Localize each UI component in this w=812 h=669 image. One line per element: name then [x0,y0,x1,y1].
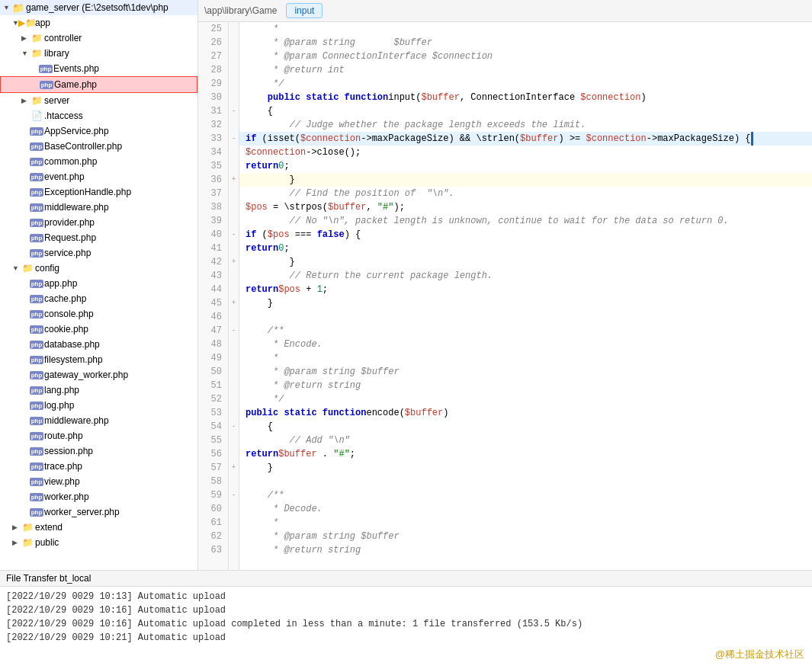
line-num: 48 [198,338,228,351]
php-file-icon: php [30,140,43,152]
gutter-item [229,530,239,543]
tree-item-worker-server-php[interactable]: ▶ php worker_server.php [0,504,197,520]
item-label: middleware.php [44,202,109,213]
line-num: 61 [198,516,228,530]
tree-item-service-php[interactable]: ▶ php service.php [0,245,197,261]
code-content[interactable]: * * @param string $buffer * @param Conne… [239,22,812,570]
tree-item-middleware-php[interactable]: ▶ php middleware.php [0,200,197,215]
tree-item-database-php[interactable]: ▶ php database.php [0,337,197,352]
tree-item-log-php[interactable]: ▶ php log.php [0,398,197,413]
php-file-icon: php [30,445,43,457]
tree-item-public[interactable]: ▶ 📁 public [0,535,197,550]
line-num: 52 [198,392,228,406]
tree-item-cache-php[interactable]: ▶ php cache.php [0,291,197,306]
tree-item-view-php[interactable]: ▶ php view.php [0,474,197,489]
gutter-item: - [229,104,239,118]
gutter-item [229,475,239,488]
tree-item-app-php[interactable]: ▶ php app.php [0,276,197,291]
tree-item-console-php[interactable]: ▶ php console.php [0,306,197,322]
item-label: library [44,48,69,59]
tree-item-exceptionhandle-php[interactable]: ▶ php ExceptionHandle.php [0,184,197,200]
line-num: 49 [198,351,228,365]
gutter-item [229,214,239,228]
tree-item-worker-php[interactable]: ▶ php worker.php [0,489,197,504]
php-file-icon: php [30,323,43,335]
php-file-icon: php [30,171,43,183]
tree-item-provider-php[interactable]: ▶ php provider.php [0,215,197,230]
php-file-icon: php [30,460,43,472]
code-line-55: // Add "\n" [239,434,812,447]
code-line-47: /** [239,324,812,338]
gutter-item [229,434,239,447]
php-file-icon: php [40,62,52,75]
gutter-item [229,159,239,173]
line-num: 39 [198,214,228,228]
folder-icon: 📁 [21,521,34,533]
gutter-item [229,338,239,351]
code-line-25: * [239,22,812,36]
tree-item-extend[interactable]: ▶ 📁 extend [0,520,197,535]
code-line-42: } [239,255,812,269]
code-line-56: return $buffer . "#"; [239,447,812,461]
line-num: 60 [198,502,228,516]
tree-item-controller[interactable]: ▶ 📁 controller [0,30,197,46]
gutter-item [229,242,239,255]
tree-item-event-php[interactable]: ▶ php event.php [0,169,197,184]
tree-item-events-php[interactable]: ▶ php Events.php [0,61,197,76]
chevron-icon: ▼ [3,4,11,11]
tree-item-library[interactable]: ▼ 📁 library [0,46,197,61]
bottom-tab-label[interactable]: File Transfer bt_local [6,573,91,584]
log-line-3: [2022/10/29 0029 10:16] Automatic upload… [6,617,806,631]
tree-item-trace-php[interactable]: ▶ php trace.php [0,459,197,474]
tree-item-appservice-php[interactable]: ▶ php AppService.php [0,123,197,139]
tree-item-gateway-worker-php[interactable]: ▶ php gateway_worker.php [0,367,197,383]
code-line-46 [239,310,812,324]
tree-item-common-php[interactable]: ▶ php common.php [0,154,197,169]
line-num: 43 [198,269,228,283]
tree-item-filesystem-php[interactable]: ▶ php filesystem.php [0,352,197,367]
line-num: 38 [198,200,228,214]
chevron-icon: ▶ [12,523,20,531]
item-label: cache.php [44,293,86,304]
item-label: extend [35,522,63,533]
item-label: app.php [44,278,77,289]
chevron-icon: ▼ [21,50,29,57]
bottom-content: [2022/10/29 0029 10:13] Automatic upload… [0,587,812,669]
item-label: ExceptionHandle.php [44,187,131,197]
tree-item-server[interactable]: ▶ 📁 server [0,93,197,108]
folder-icon: 📁 [21,536,34,549]
tree-item-basecontroller-php[interactable]: ▶ php BaseController.php [0,139,197,154]
bottom-tab-bar: File Transfer bt_local [0,571,812,587]
tree-root[interactable]: ▼ 📁 game_server (E:\2setsoft\1dev\php [0,0,197,15]
tree-item-lang-php[interactable]: ▶ php lang.php [0,383,197,398]
tree-item-game-php[interactable]: ▶ php Game.php [0,76,197,93]
item-label: session.php [44,446,93,456]
line-num: 42 [198,255,228,269]
code-line-35: return 0; [239,159,812,173]
tree-item-session-php[interactable]: ▶ php session.php [0,443,197,459]
tree-item-htaccess[interactable]: ▶ 📄 .htaccess [0,108,197,123]
tab-method-input[interactable]: input [286,3,323,18]
code-line-29: */ [239,77,812,91]
item-label: .htaccess [44,110,83,121]
watermark: @稀土掘金技术社区 [715,648,804,661]
item-label: trace.php [44,461,82,472]
tree-item-request-php[interactable]: ▶ php Request.php [0,230,197,245]
tree-item-config[interactable]: ▼ 📁 config [0,261,197,276]
tree-item-cookie-php[interactable]: ▶ php cookie.php [0,322,197,337]
item-label: app [35,18,50,28]
tree-item-app[interactable]: ▼ ▶📁 app [0,15,197,30]
item-label: Request.php [44,232,96,243]
code-editor[interactable]: 25 26 27 28 29 30 31 32 33 34 35 36 37 3… [198,22,812,570]
tree-item-middleware2-php[interactable]: ▶ php middleware.php [0,413,197,428]
php-file-icon: php [30,384,43,396]
code-line-44: return $pos + 1; [239,283,812,296]
php-file-icon: php [30,354,43,366]
tree-item-route-php[interactable]: ▶ php route.php [0,428,197,443]
gutter-item [229,447,239,461]
code-line-26: * @param string $buffer [239,36,812,50]
item-label: public [35,537,59,548]
code-line-48: * Encode. [239,338,812,351]
item-label: controller [44,33,82,43]
code-line-61: * [239,516,812,530]
